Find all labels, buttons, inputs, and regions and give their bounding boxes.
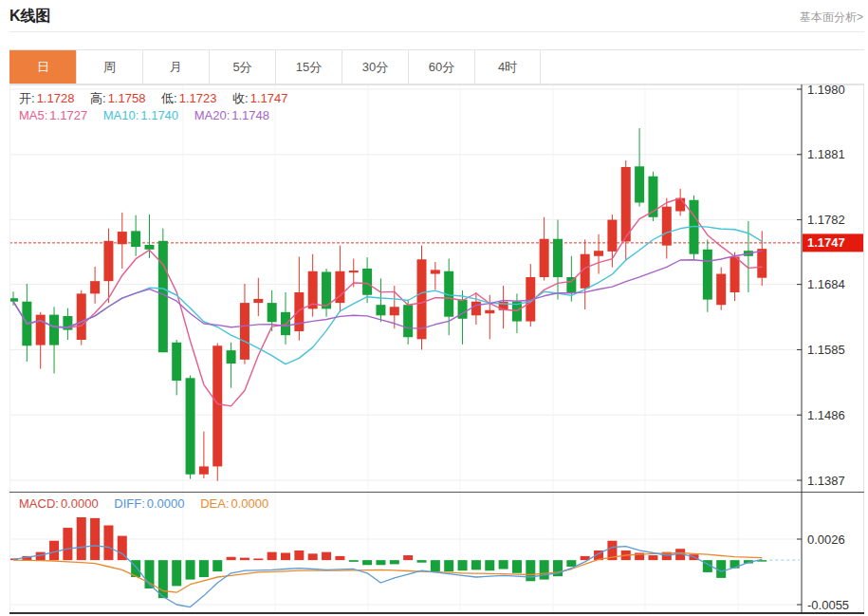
ohlc-close: 收:1.1747 xyxy=(232,91,287,105)
tab-5min[interactable]: 5分 xyxy=(209,50,275,84)
fundamental-analysis-link[interactable]: 基本面分析> xyxy=(800,9,863,26)
tab-4hour[interactable]: 4时 xyxy=(474,50,541,84)
svg-text:1.1980: 1.1980 xyxy=(807,84,845,97)
macd-label: MACD: xyxy=(19,496,59,511)
ma5-value: 1.1727 xyxy=(49,108,87,122)
tab-30min[interactable]: 30分 xyxy=(342,50,408,84)
ohlc-open: 开:1.1728 xyxy=(19,91,74,105)
ohlc-open-value: 1.1728 xyxy=(37,91,75,105)
ohlc-high-label: 高: xyxy=(90,91,106,105)
macd-value: 0.0000 xyxy=(61,496,99,511)
tab-60min[interactable]: 60分 xyxy=(408,50,474,84)
dea-item: DEA:0.0000 xyxy=(200,496,268,511)
svg-text:1.1684: 1.1684 xyxy=(807,277,845,291)
kline-chart-area[interactable]: 1.19801.18811.17821.16841.15851.14861.13… xyxy=(9,84,864,614)
svg-text:1.1881: 1.1881 xyxy=(807,147,845,161)
ohlc-low-label: 低: xyxy=(161,91,177,105)
svg-text:1.1387: 1.1387 xyxy=(807,474,845,488)
svg-text:-0.0055: -0.0055 xyxy=(807,598,849,612)
ohlc-open-label: 开: xyxy=(19,91,35,105)
macd-item: MACD:0.0000 xyxy=(19,496,99,511)
svg-text:1.1486: 1.1486 xyxy=(807,408,845,422)
diff-item: DIFF:0.0000 xyxy=(114,496,184,511)
period-tab-bar: 日 周 月 5分 15分 30分 60分 4时 xyxy=(9,49,864,84)
tab-15min[interactable]: 15分 xyxy=(275,50,342,84)
kline-chart-canvas[interactable]: 1.19801.18811.17821.16841.15851.14861.13… xyxy=(9,84,864,614)
ma10-value: 1.1740 xyxy=(140,108,178,122)
ma5-label: MA5: xyxy=(19,108,47,122)
svg-text:0.0026: 0.0026 xyxy=(807,532,845,547)
ohlc-low: 低:1.1723 xyxy=(161,91,216,105)
ma5-item: MA5:1.1727 xyxy=(19,108,87,122)
title-divider xyxy=(9,31,864,32)
dea-label: DEA: xyxy=(200,496,229,511)
ma20-value: 1.1748 xyxy=(231,108,269,122)
macd-legend: MACD:0.0000 DIFF:0.0000 DEA:0.0000 xyxy=(19,496,281,511)
tab-daily[interactable]: 日 xyxy=(9,50,76,84)
diff-value: 0.0000 xyxy=(147,496,185,511)
page-title: K线图 xyxy=(9,7,51,27)
diff-label: DIFF: xyxy=(114,496,145,511)
ma-legend: MA5:1.1727 MA10:1.1740 MA20:1.1748 xyxy=(19,108,282,122)
ma10-label: MA10: xyxy=(103,108,139,122)
ohlc-low-value: 1.1723 xyxy=(179,91,217,105)
tab-weekly[interactable]: 周 xyxy=(76,50,142,84)
ma20-item: MA20:1.1748 xyxy=(194,108,269,122)
ma10-item: MA10:1.1740 xyxy=(103,108,178,122)
svg-text:1.1585: 1.1585 xyxy=(807,343,845,357)
dea-value: 0.0000 xyxy=(231,496,269,511)
kline-page: K线图 基本面分析> 日 周 月 5分 15分 30分 60分 4时 1.198… xyxy=(0,0,868,616)
ohlc-close-value: 1.1747 xyxy=(250,91,288,105)
ohlc-high-value: 1.1758 xyxy=(108,91,146,105)
ohlc-high: 高:1.1758 xyxy=(90,91,145,105)
ma20-label: MA20: xyxy=(194,108,231,122)
ohlc-close-label: 收: xyxy=(232,91,249,105)
ohlc-legend: 开:1.1728 高:1.1758 低:1.1723 收:1.1747 xyxy=(19,90,300,107)
tab-monthly[interactable]: 月 xyxy=(142,50,209,84)
tab-bar-filler xyxy=(541,50,864,84)
svg-text:1.1782: 1.1782 xyxy=(807,213,845,227)
svg-text:1.1747: 1.1747 xyxy=(807,235,845,250)
